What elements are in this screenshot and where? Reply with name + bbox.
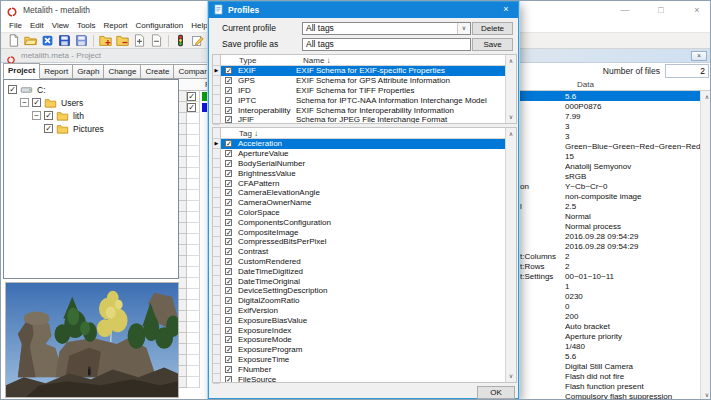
tab-report[interactable]: Report xyxy=(40,64,73,79)
tab-graph[interactable]: Graph xyxy=(73,64,104,79)
grid-row-header[interactable] xyxy=(179,300,187,311)
data-row[interactable]: 5.6 xyxy=(520,91,700,101)
tag-checkbox[interactable] xyxy=(225,366,232,373)
grid-row-header[interactable] xyxy=(179,146,187,157)
combobox-dropdown-icon[interactable]: ∨ xyxy=(457,23,470,34)
grid-row-header[interactable] xyxy=(179,322,187,333)
data-row[interactable]: 000P0876 xyxy=(520,101,700,111)
data-row[interactable]: 0 xyxy=(520,301,700,311)
tag-checkbox[interactable] xyxy=(225,327,232,334)
grid-row-header[interactable] xyxy=(179,289,187,300)
grid-row-header[interactable] xyxy=(179,223,187,234)
tag-row[interactable]: FNumber xyxy=(221,364,505,374)
grid-row-checkbox[interactable] xyxy=(187,92,196,101)
new-file-icon[interactable] xyxy=(5,33,22,48)
tree-checkbox[interactable] xyxy=(44,111,53,120)
data-row[interactable]: 15 xyxy=(520,151,700,161)
grid-row-header[interactable] xyxy=(179,168,187,179)
close-file-icon[interactable] xyxy=(39,33,56,48)
grid-row-header[interactable] xyxy=(179,179,187,190)
current-profile-combobox[interactable]: All tags ∨ xyxy=(302,22,471,35)
tag-row[interactable]: DateTimeOriginal xyxy=(221,276,505,286)
grid-row-header[interactable] xyxy=(179,355,187,366)
data-list-scrollbar[interactable]: ∧ ∨ xyxy=(700,91,711,400)
scroll-up-icon[interactable]: ∧ xyxy=(701,91,711,103)
tag-row[interactable]: CompressedBitsPerPixel xyxy=(221,237,505,247)
data-row[interactable]: 7.99 xyxy=(520,111,700,121)
schema-type-row[interactable]: EXIFEXIF Schema for EXIF-specific Proper… xyxy=(221,66,505,76)
scroll-up-icon[interactable]: ∧ xyxy=(506,55,516,67)
tag-row[interactable]: Acceleration xyxy=(221,139,505,149)
maximize-button[interactable]: □ xyxy=(656,5,666,15)
grid-row-header[interactable] xyxy=(179,234,187,245)
minimize-button[interactable]: — xyxy=(620,5,630,15)
data-row[interactable]: Normal process xyxy=(520,221,700,231)
data-row[interactable]: Flash did not fire xyxy=(520,371,700,381)
tag-checkbox[interactable] xyxy=(225,268,232,275)
tag-checkbox[interactable] xyxy=(225,160,232,167)
folder-remove-icon[interactable] xyxy=(114,33,131,48)
data-row[interactable]: 2016.09.28 09:54:29 xyxy=(520,241,700,251)
folder-add-icon[interactable] xyxy=(97,33,114,48)
dialog-close-icon[interactable]: × xyxy=(494,2,518,18)
data-row[interactable]: 3 xyxy=(520,131,700,141)
scroll-up-icon[interactable]: ∧ xyxy=(506,128,516,140)
menu-view[interactable]: View xyxy=(48,21,73,30)
project-window-close-icon[interactable]: × xyxy=(691,51,707,61)
delete-button[interactable]: Delete xyxy=(472,22,513,35)
tag-checkbox[interactable] xyxy=(225,229,232,236)
data-row[interactable]: 0230 xyxy=(520,291,700,301)
tree-checkbox[interactable] xyxy=(44,124,53,133)
grid-row-checkbox[interactable] xyxy=(187,103,196,112)
menu-tools[interactable]: Tools xyxy=(73,21,100,30)
schema-type-row[interactable]: IFDEXIF Schema for TIFF Properties xyxy=(221,86,505,96)
tag-checkbox[interactable] xyxy=(225,209,232,216)
tag-checkbox[interactable] xyxy=(225,140,232,147)
data-row[interactable]: Auto bracket xyxy=(520,321,700,331)
tag-row[interactable]: CompositeImage xyxy=(221,227,505,237)
data-row[interactable]: non-composite image xyxy=(520,191,700,201)
scroll-down-icon[interactable]: ∨ xyxy=(701,389,711,400)
grid-row-header[interactable] xyxy=(179,256,187,267)
schema-type-row[interactable]: GPSEXIF Schema for GPS Attribute Informa… xyxy=(221,76,505,86)
save-button[interactable]: Save xyxy=(472,38,513,51)
tree-item-c[interactable]: C: xyxy=(4,83,178,96)
save-profile-as-input[interactable]: All tags xyxy=(302,38,471,51)
tag-checkbox[interactable] xyxy=(225,297,232,304)
tag-row[interactable]: CustomRendered xyxy=(221,257,505,267)
tag-row[interactable]: ColorSpace xyxy=(221,208,505,218)
scroll-down-icon[interactable]: ∨ xyxy=(506,111,516,123)
data-row[interactable]: 5.6 xyxy=(520,351,700,361)
ok-button[interactable]: OK xyxy=(477,386,515,399)
grid-row-header[interactable] xyxy=(179,157,187,168)
tag-row[interactable]: CameraElevationAngle xyxy=(221,188,505,198)
tag-column-header[interactable]: Tag ↓ xyxy=(239,129,258,138)
data-row[interactable]: sRGB xyxy=(520,171,700,181)
grid-row-header[interactable] xyxy=(179,212,187,223)
edit-tags-icon[interactable] xyxy=(189,33,206,48)
name-column-header[interactable]: Name ↓ xyxy=(303,56,331,65)
tag-row[interactable]: ExposureBiasValue xyxy=(221,315,505,325)
tag-checkbox[interactable] xyxy=(225,238,232,245)
tag-checkbox[interactable] xyxy=(225,376,232,382)
grid-row-header[interactable] xyxy=(179,344,187,355)
type-column-header[interactable]: Type xyxy=(239,56,256,65)
tag-row[interactable]: ExposureMode xyxy=(221,335,505,345)
tag-checkbox[interactable] xyxy=(225,199,232,206)
tag-checkbox[interactable] xyxy=(225,180,232,187)
data-row[interactable]: 3 xyxy=(520,121,700,131)
type-checkbox[interactable] xyxy=(225,116,232,123)
type-checkbox[interactable] xyxy=(225,77,232,84)
scroll-down-icon[interactable]: ∨ xyxy=(506,370,516,382)
tag-checkbox[interactable] xyxy=(225,287,232,294)
tag-row[interactable]: BrightnessValue xyxy=(221,168,505,178)
data-row[interactable]: Normal xyxy=(520,211,700,221)
tag-checkbox[interactable] xyxy=(225,189,232,196)
data-row[interactable]: Anatolij Semyonov xyxy=(520,161,700,171)
profiles-dialog-titlebar[interactable]: Profiles × xyxy=(209,2,518,18)
tag-checkbox[interactable] xyxy=(225,150,232,157)
menu-configuration[interactable]: Configuration xyxy=(132,21,188,30)
tag-checkbox[interactable] xyxy=(225,336,232,343)
tab-change[interactable]: Change xyxy=(104,64,141,79)
tab-project[interactable]: Project xyxy=(3,63,40,79)
